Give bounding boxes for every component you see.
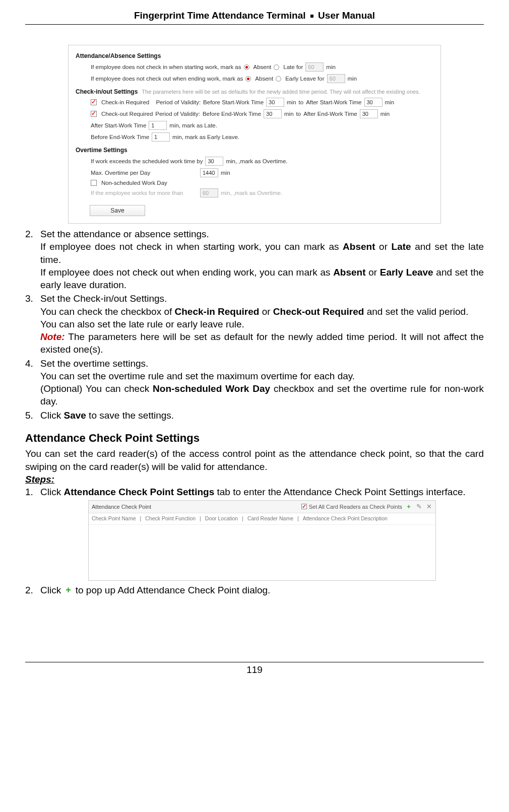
input-after-start[interactable]: 30 (364, 98, 383, 107)
note-label: Note: (40, 331, 65, 342)
input-late-threshold[interactable]: 1 (149, 121, 167, 130)
steps-num-2: 2. (25, 584, 40, 596)
label-before-start: Before Start-Work Time (203, 99, 264, 105)
header-right: User Manual (318, 10, 375, 21)
label-after-end: After End-Work Time (303, 111, 357, 117)
check-point-intro: You can set the card reader(s) of the ac… (25, 447, 484, 473)
radio-absent-end[interactable] (245, 76, 251, 82)
label-set-all-readers: Set All Card Readers as Check Points (309, 503, 402, 511)
header-left: Fingerprint Time Attendance Terminal (134, 10, 306, 21)
plus-icon: + (63, 586, 73, 595)
label-late-for: Late for (283, 64, 303, 70)
label-after-start: After Start-Work Time (306, 99, 361, 105)
steps-label: Steps: (25, 473, 484, 486)
save-button[interactable]: Save (90, 205, 145, 216)
col-door: Door Location (205, 515, 238, 522)
radio-late-start[interactable] (274, 64, 279, 70)
col-name: Check Point Name (92, 515, 136, 522)
checkbox-checkin-required[interactable] (91, 99, 97, 105)
attendance-settings-panel: Attendance/Absence Settings If employee … (68, 45, 441, 224)
col-function: Check Point Function (145, 515, 196, 522)
list-num-5: 5. (25, 409, 40, 422)
panel2-body (89, 525, 435, 580)
checkbox-set-all-readers[interactable] (301, 504, 307, 509)
check-point-panel: Attendance Check Point Set All Card Read… (88, 500, 436, 580)
heading-check-point: Attendance Check Point Settings (25, 431, 484, 445)
input-max-ot[interactable]: 1440 (200, 168, 218, 177)
page-header: Fingerprint Time Attendance Terminal Use… (25, 10, 484, 25)
label-no-checkin: If employee does not check in when start… (91, 64, 241, 70)
check-settings-hint: The parameters here will be set as defau… (142, 89, 420, 95)
radio-early-end[interactable] (276, 76, 281, 82)
label-absent: Absent (253, 64, 272, 70)
label-mark-late: min, mark as Late. (169, 122, 217, 128)
label-ifmore: If the employee works for more than (91, 190, 198, 196)
label-ot-exceed: If work exceeds the scheduled work time … (91, 158, 203, 164)
label-before-end: Before End-Work Time (203, 111, 261, 117)
radio-absent-start[interactable] (244, 64, 249, 70)
input-before-start[interactable]: 30 (266, 98, 284, 107)
col-desc: Attendance Check Point Description (303, 515, 388, 522)
label-max-ot: Max. Overtime per Day (91, 170, 198, 176)
separator-dot (310, 15, 313, 18)
input-ot-threshold[interactable]: 30 (205, 157, 223, 166)
checkbox-checkout-required[interactable] (91, 111, 97, 117)
input-early-threshold[interactable]: 1 (152, 132, 170, 142)
unit-min2: min (348, 76, 357, 82)
col-reader: Card Reader Name (247, 515, 293, 522)
list-num-3: 3. (25, 292, 40, 356)
steps-num-1: 1. (25, 486, 40, 583)
label-early-leave-for: Early Leave for (285, 76, 324, 82)
label-ot-mark2: min, ,mark as Overtime. (221, 190, 282, 196)
add-icon[interactable]: + (405, 502, 412, 511)
label-no-checkout: If employee does not check out when endi… (91, 76, 243, 82)
label-absent2: Absent (255, 76, 273, 82)
panel2-columns: Check Point Name | Check Point Function … (89, 513, 435, 525)
panel2-title: Attendance Check Point (92, 503, 301, 511)
page-number: 119 (25, 662, 484, 675)
section-check-inout: Check-in/out Settings (76, 88, 138, 95)
input-nonsched-min[interactable]: 60 (200, 188, 218, 197)
body-text: 2. Set the attendance or absence setting… (25, 228, 484, 596)
label-before-end2: Before End-Work Time (91, 134, 149, 140)
list-num-4: 4. (25, 357, 40, 408)
label-period-validity: Period of Validity: (156, 99, 201, 105)
label-checkout-required: Check-out Required (101, 111, 153, 117)
label-mark-early: min, mark as Early Leave. (172, 134, 239, 140)
input-after-end[interactable]: 30 (360, 109, 378, 118)
label-after-start2: After Start-Work Time (91, 122, 146, 128)
section-overtime: Overtime Settings (76, 147, 435, 154)
close-icon[interactable]: ✕ (425, 502, 432, 511)
step3-line1: Set the Check-in/out Settings. (40, 293, 167, 304)
list-num-2: 2. (25, 228, 40, 291)
label-ot-mark: min, ,mark as Overtime. (226, 158, 287, 164)
section-attendance-absence: Attendance/Absence Settings (76, 52, 435, 59)
unit-min: min (326, 64, 336, 70)
input-before-end[interactable]: 30 (264, 109, 282, 118)
label-nonscheduled: Non-scheduled Work Day (101, 180, 167, 186)
input-early-min[interactable]: 60 (327, 74, 345, 83)
checkbox-nonscheduled[interactable] (91, 180, 97, 186)
label-checkin-required: Check-in Required (101, 99, 149, 105)
step2-line1: Set the attendance or absence settings. (40, 229, 209, 239)
step4-line1: Set the overtime settings. (40, 358, 148, 369)
input-late-min[interactable]: 60 (305, 62, 324, 72)
edit-icon[interactable]: ✎ (415, 502, 422, 511)
